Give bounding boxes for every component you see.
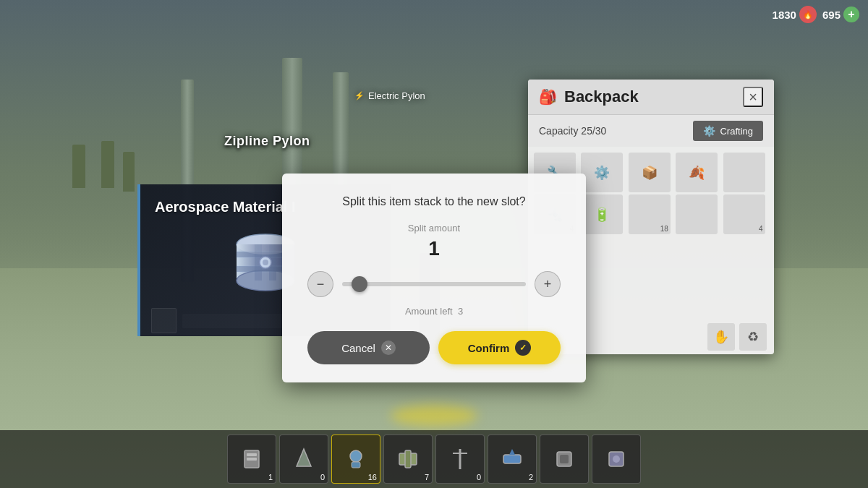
slot-icon-6: 🔋	[594, 207, 610, 223]
svg-marker-13	[297, 449, 311, 466]
confirm-label: Confirm	[468, 342, 510, 354]
svg-marker-22	[509, 449, 515, 455]
hotbar-slot-7[interactable]	[540, 435, 589, 484]
hotbar-count-5: 0	[477, 473, 481, 481]
top-hud: 1830 🔥 695 +	[764, 0, 868, 29]
confirm-check-icon: ✓	[515, 340, 531, 356]
split-amount-value: 1	[307, 237, 561, 260]
hud-add-currency-button[interactable]: +	[843, 7, 859, 22]
svg-rect-11	[247, 453, 257, 456]
grid-slot-2[interactable]: 📦	[629, 153, 671, 192]
hotbar-count-3: 16	[368, 473, 377, 481]
capacity-label: Capacity 25/30	[539, 125, 606, 137]
electric-pylon-label: ⚡ Electric Pylon	[354, 90, 425, 101]
grid-slot-9[interactable]: 4	[723, 194, 765, 234]
hotbar-slot-8[interactable]	[592, 435, 641, 484]
grid-slot-8[interactable]	[676, 194, 718, 234]
split-amount-label: Split amount	[307, 223, 561, 234]
ground-glow	[391, 405, 477, 427]
hotbar-slot-4[interactable]: 7	[383, 435, 433, 484]
hud-flame-icon: 🔥	[799, 6, 817, 23]
panel-action-button-1[interactable]: ✋	[707, 323, 735, 351]
hotbar-icon-2	[289, 445, 318, 474]
bg-person-2	[101, 141, 114, 188]
hud-currency-1: 1830 🔥	[773, 6, 817, 23]
slot-icon-3: 🍂	[689, 165, 705, 181]
hotbar-count-6: 2	[529, 473, 533, 481]
hud-value-1: 1830	[773, 9, 796, 21]
grid-slot-7[interactable]: 18	[629, 194, 671, 234]
panel-subheader: Capacity 25/30 ⚙️ Crafting	[528, 115, 774, 147]
hotbar-slot-2[interactable]: 0	[279, 435, 328, 484]
svg-rect-18	[405, 450, 411, 468]
grid-slot-3[interactable]: 🍂	[676, 153, 718, 192]
crafting-label: Crafting	[720, 126, 753, 137]
hotbar: 1 0 16 7 0 2	[0, 430, 868, 488]
bg-person-1	[72, 145, 85, 188]
crafting-icon: ⚙️	[703, 125, 715, 137]
split-slider-track[interactable]	[342, 282, 526, 286]
panel-action-button-2[interactable]: ♻	[739, 323, 767, 351]
split-decrease-button[interactable]: −	[307, 271, 333, 297]
cancel-label: Cancel	[341, 342, 375, 354]
cancel-button[interactable]: Cancel ✕	[307, 331, 430, 364]
slot-count-9: 4	[759, 225, 763, 233]
svg-rect-12	[247, 458, 257, 461]
hotbar-slot-1[interactable]: 1	[227, 435, 276, 484]
amount-left-text: Amount left 3	[307, 306, 561, 317]
hotbar-icon-3	[341, 445, 370, 474]
panel-bottom-icons: ✋ ♻	[707, 323, 767, 351]
confirm-button[interactable]: Confirm ✓	[438, 331, 561, 364]
split-slider-container: − +	[307, 271, 561, 297]
grid-slot-4[interactable]	[723, 153, 765, 192]
hotbar-icon-6	[498, 445, 527, 474]
panel-close-button[interactable]: ×	[743, 87, 763, 107]
hotbar-count-1: 1	[268, 473, 273, 481]
svg-rect-24	[560, 455, 569, 463]
slot-icon-2: 📦	[642, 165, 658, 181]
zipline-pylon-label: Zipline Pylon	[224, 134, 310, 149]
hotbar-icon-8	[602, 445, 631, 474]
hotbar-icon-5	[446, 445, 475, 474]
hotbar-icon-7	[550, 445, 579, 474]
svg-point-26	[613, 455, 620, 463]
cancel-x-icon: ✕	[381, 341, 396, 355]
hud-value-2: 695	[822, 9, 841, 21]
svg-rect-21	[503, 455, 521, 463]
hotbar-icon-1	[237, 445, 266, 474]
backpack-icon: 🎒	[539, 88, 557, 106]
panel-header: 🎒 Backpack ×	[528, 80, 774, 115]
svg-point-14	[350, 450, 362, 462]
svg-rect-15	[352, 462, 360, 468]
split-dialog: Split this item stack to the new slot? S…	[282, 174, 586, 382]
split-dialog-question: Split this item stack to the new slot?	[307, 195, 561, 208]
dialog-buttons: Cancel ✕ Confirm ✓	[307, 331, 561, 364]
hotbar-icon-4	[393, 445, 422, 474]
panel-title: Backpack	[564, 87, 736, 106]
svg-point-9	[263, 260, 268, 265]
grid-slot-6[interactable]: 🔋	[581, 194, 623, 234]
hotbar-slot-3[interactable]: 16	[331, 435, 380, 484]
hotbar-count-4: 7	[425, 473, 429, 481]
hotbar-count-2: 0	[320, 473, 325, 481]
slot-count-7: 18	[660, 225, 668, 233]
split-slider-thumb[interactable]	[352, 276, 367, 292]
slot-icon-1: ⚙️	[594, 165, 610, 181]
hud-currency-2: 695 +	[822, 7, 859, 22]
hotbar-slot-5[interactable]: 0	[435, 435, 485, 484]
bg-person-3	[123, 152, 135, 192]
crafting-button[interactable]: ⚙️ Crafting	[693, 121, 763, 141]
split-increase-button[interactable]: +	[535, 271, 561, 297]
hotbar-slot-6[interactable]: 2	[488, 435, 537, 484]
grid-slot-1[interactable]: ⚙️	[581, 153, 623, 192]
